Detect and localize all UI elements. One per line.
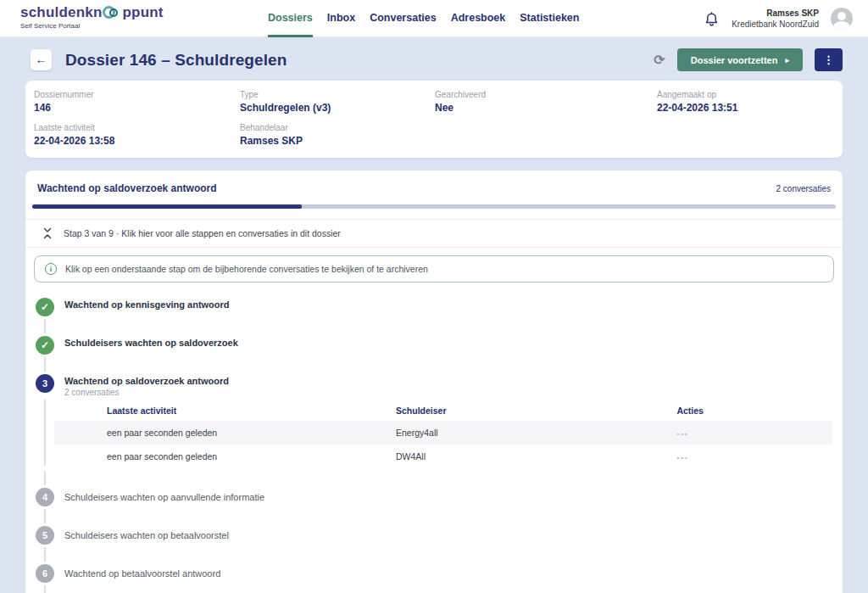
current-step-title: Wachtend op saldoverzoek antwoord — [37, 182, 217, 194]
main-nav: Dossiers Inbox Conversaties Adresboek St… — [268, 0, 579, 37]
info-icon: i — [45, 263, 57, 275]
refresh-icon[interactable]: ⟳ — [654, 52, 665, 68]
field-gearchiveerd: Gearchiveerd Nee — [435, 90, 657, 114]
col-laatste-activiteit: Laatste activiteit — [54, 400, 396, 421]
collapse-icon — [42, 227, 53, 239]
field-type: Type Schuldregelen (v3) — [240, 90, 435, 114]
col-acties: Acties — [676, 400, 832, 421]
nav-statistieken[interactable]: Statistieken — [520, 0, 579, 37]
step-item-3[interactable]: 3 Wachtend op saldoverzoek antwoord 2 co… — [36, 374, 832, 397]
row-actions-icon[interactable]: ••• — [676, 430, 688, 438]
step-number-badge: 6 — [36, 564, 54, 583]
page-title: Dossier 146 – Schuldregelen — [65, 51, 287, 70]
step-item-4[interactable]: 4 Schuldeisers wachten op aanvullende in… — [36, 488, 832, 506]
app-logo[interactable]: schuldenknppunt Self Service Portaal — [20, 4, 164, 30]
continue-dossier-label: Dossier voortzetten — [691, 55, 778, 65]
col-schuldeiser: Schuldeiser — [396, 400, 676, 421]
field-dossiernummer: Dossiernummer 146 — [34, 90, 240, 114]
check-icon: ✓ — [36, 298, 54, 316]
step-number-badge: 3 — [36, 374, 54, 393]
field-laatste-activiteit: Laatste activiteit 22-04-2026 13:58 — [34, 123, 240, 147]
progress-bar — [32, 204, 836, 209]
interlocking-rings-icon — [102, 5, 122, 20]
logo-text-right: ppunt — [122, 4, 163, 21]
step-item-1[interactable]: ✓ Wachtend op kennisgeving antwoord — [36, 298, 832, 316]
table-row[interactable]: een paar seconden geleden DW4All ••• — [54, 445, 832, 468]
row-actions-icon[interactable]: ••• — [676, 454, 688, 462]
step-list: ✓ Wachtend op kennisgeving antwoord ✓ Sc… — [25, 289, 843, 593]
field-behandelaar: Behandelaar Ramses SKP — [240, 123, 435, 147]
check-icon: ✓ — [36, 336, 54, 355]
nav-dossiers[interactable]: Dossiers — [268, 0, 313, 37]
step-indicator-text: Stap 3 van 9 · Klik hier voor alle stapp… — [64, 228, 341, 238]
logo-subtitle: Self Service Portaal — [20, 22, 164, 30]
dossier-info-card: Dossiernummer 146 Type Schuldregelen (v3… — [25, 81, 843, 158]
avatar[interactable] — [831, 8, 853, 30]
conversations-count: 2 conversaties — [776, 184, 831, 193]
info-banner-text: Klik op een onderstaande stap om de bijb… — [65, 264, 428, 274]
logo-text-left: schuldenkn — [20, 4, 102, 21]
table-row[interactable]: een paar seconden geleden Energy4all ••• — [54, 421, 832, 445]
info-banner: i Klik op een onderstaande stap om de bi… — [34, 255, 834, 283]
nav-adresboek[interactable]: Adresboek — [451, 0, 506, 37]
kebab-menu-button[interactable]: ⋮ — [815, 48, 843, 71]
arrow-right-icon: ▸ — [785, 56, 789, 64]
step-item-6[interactable]: 6 Wachtend op betaalvoorstel antwoord — [36, 564, 832, 583]
user-name: Ramses SKP — [732, 8, 819, 20]
progress-fill — [32, 204, 302, 209]
user-organization: Kredietbank NoordZuid — [732, 19, 819, 31]
top-bar: schuldenknppunt Self Service Portaal Dos… — [0, 0, 868, 37]
step-number-badge: 4 — [36, 488, 54, 506]
nav-inbox[interactable]: Inbox — [327, 0, 355, 37]
bell-icon[interactable] — [704, 11, 720, 27]
step-number-badge: 5 — [36, 526, 54, 545]
step-item-5[interactable]: 5 Schuldeisers wachten op betaalvoorstel — [36, 526, 832, 545]
step-indicator-toggle[interactable]: Stap 3 van 9 · Klik hier voor alle stapp… — [25, 220, 843, 247]
nav-conversaties[interactable]: Conversaties — [370, 0, 437, 37]
step-item-2[interactable]: ✓ Schuldeisers wachten op saldoverzoek — [36, 336, 832, 355]
table-header-row: Laatste activiteit Schuldeiser Acties — [54, 400, 832, 421]
conversations-table: Laatste activiteit Schuldeiser Acties ee… — [54, 400, 832, 468]
continue-dossier-button[interactable]: Dossier voortzetten ▸ — [677, 48, 803, 71]
flow-card: Wachtend op saldoverzoek antwoord 2 conv… — [25, 171, 843, 593]
step-conversations-count: 2 conversaties — [64, 388, 229, 397]
back-button[interactable]: ← — [31, 49, 52, 70]
user-info: Ramses SKP Kredietbank NoordZuid — [732, 8, 819, 31]
field-aangemaakt-op: Aangemaakt op 22-04-2026 13:51 — [657, 90, 834, 114]
